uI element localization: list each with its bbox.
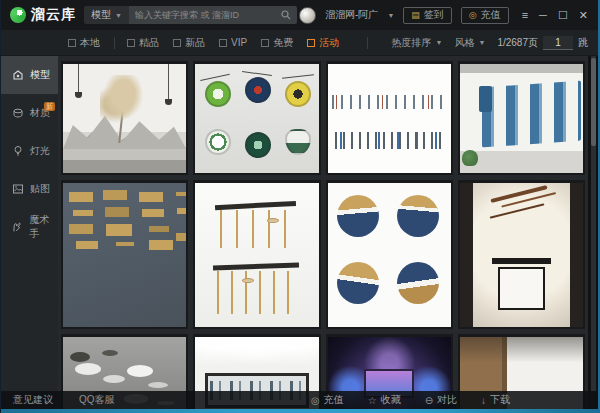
thumbnail-image-bar-table — [195, 183, 318, 327]
coin-icon: ◎ — [469, 10, 477, 20]
favorite-action[interactable]: ☆ 收藏 — [368, 393, 401, 407]
download-icon: ↓ — [481, 395, 486, 406]
sort-label: 热度排序 — [392, 36, 432, 50]
maximize-icon[interactable]: ☐ — [558, 9, 568, 22]
sidebar-item-magic-hand[interactable]: 魔术手 — [1, 208, 58, 246]
download-action-label: 下载 — [490, 393, 510, 407]
search-icon[interactable] — [281, 10, 291, 20]
model-icon — [11, 69, 24, 81]
titlebar-right: 溜溜网-阿广 ▼ ▤ 签到 ◎ 充值 ≡ ─ ☐ ✕ — [299, 7, 598, 24]
page-info: 1/2687页 — [497, 36, 538, 50]
model-thumbnail[interactable] — [61, 180, 188, 329]
filter-premium-label: 精品 — [139, 36, 159, 50]
compare-action[interactable]: ⊖ 对比 — [425, 393, 457, 407]
filter-new[interactable]: 新品 — [173, 36, 205, 50]
checkbox-icon[interactable] — [68, 39, 76, 47]
thumbnail-image-gold-ornaments — [63, 183, 186, 327]
model-thumbnail[interactable] — [193, 180, 320, 329]
star-icon: ☆ — [368, 395, 377, 406]
sidebar: 模型 材质 新 灯光 贴图 魔术手 — [1, 56, 58, 413]
filter-vip[interactable]: VIP — [219, 37, 247, 48]
compare-icon: ⊖ — [425, 395, 433, 406]
page-jump-input[interactable] — [543, 36, 573, 50]
status-actions: ◎ 充值 ☆ 收藏 ⊖ 对比 ↓ 下载 — [311, 393, 510, 407]
checkbox-icon[interactable] — [261, 39, 269, 47]
window-controls: ≡ ─ ☐ ✕ — [522, 9, 588, 22]
recharge-action-label: 充值 — [324, 393, 344, 407]
feedback-link[interactable]: 意见建议 — [13, 393, 53, 407]
chevron-down-icon: ▼ — [478, 39, 485, 46]
light-bulb-icon — [11, 145, 24, 157]
checkbox-icon[interactable] — [173, 39, 181, 47]
filter-bar-right: 热度排序 ▼ 风格 ▼ 1/2687页 跳 — [367, 36, 588, 50]
filter-local[interactable]: 本地 — [68, 36, 100, 50]
signin-icon: ▤ — [411, 10, 420, 20]
model-thumbnail[interactable] — [326, 61, 453, 175]
window-bottom-edge — [1, 409, 598, 413]
search-category-dropdown[interactable]: 模型 ▼ — [84, 6, 129, 24]
texture-image-icon — [11, 183, 24, 195]
sidebar-item-label: 模型 — [30, 68, 50, 82]
thumbnail-image-blue-gold-discs — [328, 183, 451, 327]
sidebar-item-light[interactable]: 灯光 — [1, 132, 58, 170]
scrollbar-thumb[interactable] — [591, 58, 596, 146]
titlebar: 溜云库 模型 ▼ 输入关键字搜索 或 溜溜ID 溜溜网-阿广 ▼ ▤ 签到 ◎ … — [1, 0, 598, 30]
model-thumbnail[interactable] — [458, 180, 585, 329]
chevron-down-icon: ▼ — [436, 39, 443, 46]
username: 溜溜网-阿广 — [325, 8, 378, 22]
style-label: 风格 — [454, 36, 474, 50]
search-input[interactable]: 输入关键字搜索 或 溜溜ID — [129, 6, 297, 24]
sidebar-item-model[interactable]: 模型 — [1, 56, 58, 94]
coin-icon: ◎ — [311, 395, 320, 406]
app-logo-icon — [10, 7, 26, 23]
thumbnail-image-culture-wall — [460, 64, 583, 173]
checkbox-icon[interactable] — [307, 39, 315, 47]
filter-vip-label: VIP — [231, 37, 247, 48]
user-avatar[interactable] — [299, 7, 316, 24]
signin-button[interactable]: ▤ 签到 — [403, 7, 452, 24]
filter-new-label: 新品 — [185, 36, 205, 50]
sidebar-item-texture[interactable]: 贴图 — [1, 170, 58, 208]
checkbox-icon[interactable] — [127, 39, 135, 47]
material-icon — [11, 107, 24, 119]
model-thumbnail[interactable] — [61, 61, 188, 175]
filter-activity[interactable]: 活动 — [307, 36, 339, 50]
sidebar-item-label: 魔术手 — [29, 213, 58, 241]
search-category-label: 模型 — [91, 8, 111, 22]
user-menu-chevron-icon[interactable]: ▼ — [387, 12, 394, 19]
recharge-action[interactable]: ◎ 充值 — [311, 393, 344, 407]
thumbnail-image-console-table — [460, 183, 583, 327]
close-icon[interactable]: ✕ — [579, 9, 588, 22]
compare-action-label: 对比 — [437, 393, 457, 407]
minimize-icon[interactable]: ─ — [539, 9, 547, 21]
menu-icon[interactable]: ≡ — [522, 9, 528, 21]
qq-support-link[interactable]: QQ客服 — [79, 393, 115, 407]
app-window: { "titlebar": { "app_name": "溜云库", "cate… — [0, 0, 600, 413]
page-jump-button[interactable]: 跳 — [578, 36, 588, 50]
sort-dropdown[interactable]: 热度排序 ▼ — [392, 36, 443, 50]
magic-hand-icon — [11, 221, 23, 233]
filter-local-label: 本地 — [80, 36, 100, 50]
recharge-button[interactable]: ◎ 充值 — [461, 7, 509, 24]
download-action[interactable]: ↓ 下载 — [481, 393, 510, 407]
status-bar: 意见建议 QQ客服 ◎ 充值 ☆ 收藏 ⊖ 对比 ↓ 下载 — [1, 391, 598, 409]
app-logo: 溜云库 — [1, 6, 84, 24]
sidebar-item-label: 贴图 — [30, 182, 50, 196]
vertical-scrollbar[interactable] — [591, 56, 596, 391]
model-thumbnail[interactable] — [326, 180, 453, 329]
favorite-action-label: 收藏 — [381, 393, 401, 407]
filter-bar: 本地 精品 新品 VIP 免费 活动 热度排序 ▼ 风格 ▼ 1/2687页 跳 — [1, 30, 598, 56]
filter-premium[interactable]: 精品 — [127, 36, 159, 50]
sidebar-item-label: 灯光 — [30, 144, 50, 158]
sidebar-item-material[interactable]: 材质 新 — [1, 94, 58, 132]
checkbox-icon[interactable] — [219, 39, 227, 47]
thumbnail-image-people-silhouettes — [328, 64, 451, 173]
style-dropdown[interactable]: 风格 ▼ — [454, 36, 485, 50]
filter-free[interactable]: 免费 — [261, 36, 293, 50]
thumbnail-image-zen-garden — [63, 64, 186, 173]
pagination: 1/2687页 跳 — [497, 36, 588, 50]
model-thumbnail[interactable] — [193, 61, 320, 175]
filter-activity-label: 活动 — [319, 36, 339, 50]
model-thumbnail[interactable] — [458, 61, 585, 175]
chevron-down-icon: ▼ — [115, 12, 122, 19]
